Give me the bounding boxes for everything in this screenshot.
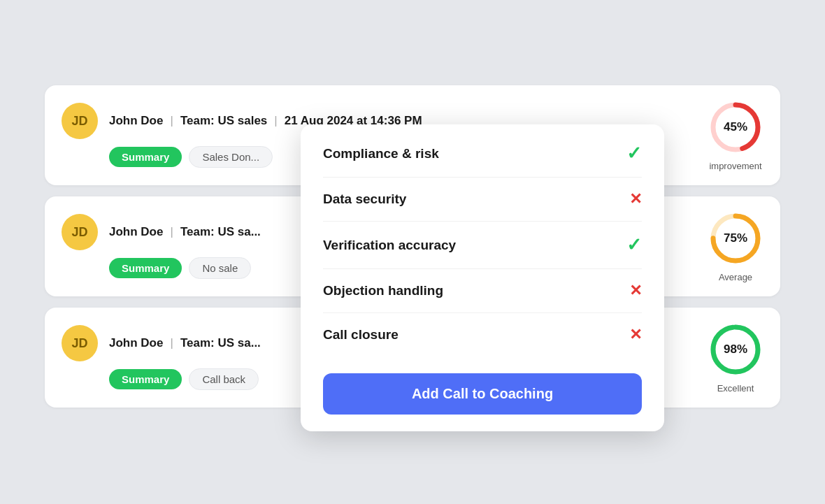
add-coaching-button[interactable]: Add Call to Coaching bbox=[323, 373, 642, 415]
card-right-2: 75% Average bbox=[708, 210, 763, 282]
score-number-3: 98% bbox=[724, 343, 747, 357]
score-rating-2: Average bbox=[719, 272, 752, 282]
tag-summary-3[interactable]: Summary bbox=[109, 369, 182, 389]
sep-1a: | bbox=[170, 114, 173, 128]
callclosure-cross-icon: ✕ bbox=[629, 326, 642, 344]
dropdown-item-verification: Verification accuracy ✓ bbox=[323, 222, 642, 269]
dropdown-overlay: Compliance & risk ✓ Data security ✕ Veri… bbox=[301, 124, 664, 431]
compliance-check-icon: ✓ bbox=[626, 143, 642, 164]
team-3: Team: US sa... bbox=[180, 336, 261, 350]
dropdown-item-label-objection: Objection handling bbox=[323, 283, 443, 298]
tag-summary-2[interactable]: Summary bbox=[109, 258, 182, 278]
dropdown-item-label-datasecurity: Data security bbox=[323, 192, 406, 207]
tag-label-2[interactable]: No sale bbox=[189, 257, 251, 279]
name-2: John Doe bbox=[109, 225, 163, 239]
datasecurity-cross-icon: ✕ bbox=[629, 190, 642, 208]
verification-check-icon: ✓ bbox=[626, 234, 642, 256]
card-info-2: John Doe | Team: US sa... bbox=[109, 225, 261, 239]
card-right-3: 98% Excellent bbox=[708, 322, 763, 394]
dropdown-item-label-callclosure: Call closure bbox=[323, 327, 399, 343]
dropdown-items: Compliance & risk ✓ Data security ✕ Veri… bbox=[301, 124, 664, 357]
avatar-3: JD bbox=[62, 325, 98, 361]
score-rating-3: Excellent bbox=[717, 383, 754, 394]
dropdown-item-label-verification: Verification accuracy bbox=[323, 238, 456, 253]
team-2: Team: US sa... bbox=[180, 225, 261, 239]
tag-summary-1[interactable]: Summary bbox=[109, 147, 182, 167]
name-3: John Doe bbox=[109, 336, 163, 350]
tag-label-3[interactable]: Call back bbox=[189, 368, 259, 390]
score-number-2: 75% bbox=[724, 231, 747, 245]
score-circle-1: 45% bbox=[708, 99, 763, 155]
score-circle-2: 75% bbox=[708, 210, 763, 266]
avatar-2: JD bbox=[62, 214, 98, 250]
objection-cross-icon: ✕ bbox=[629, 282, 642, 300]
card-info-3: John Doe | Team: US sa... bbox=[109, 336, 261, 350]
sep-1b: | bbox=[274, 114, 277, 128]
sep-2a: | bbox=[170, 225, 173, 239]
main-container: JD John Doe | Team: US sales | 21 Aug 20… bbox=[28, 69, 797, 435]
dropdown-item-label-compliance: Compliance & risk bbox=[323, 146, 439, 161]
name-1: John Doe bbox=[109, 114, 163, 128]
score-circle-3: 98% bbox=[708, 322, 763, 377]
dropdown-item-objection: Objection handling ✕ bbox=[323, 269, 642, 313]
team-1: Team: US sales bbox=[180, 114, 267, 128]
score-number-1: 45% bbox=[724, 120, 747, 134]
avatar-1: JD bbox=[62, 103, 98, 139]
dropdown-item-datasecurity: Data security ✕ bbox=[323, 178, 642, 222]
dropdown-item-callclosure: Call closure ✕ bbox=[323, 313, 642, 357]
sep-3a: | bbox=[170, 336, 173, 350]
score-rating-1: improvement bbox=[709, 161, 761, 171]
tag-label-1[interactable]: Sales Don... bbox=[189, 146, 273, 168]
dropdown-item-compliance: Compliance & risk ✓ bbox=[323, 130, 642, 178]
card-right-1: 45% improvement bbox=[708, 99, 763, 171]
